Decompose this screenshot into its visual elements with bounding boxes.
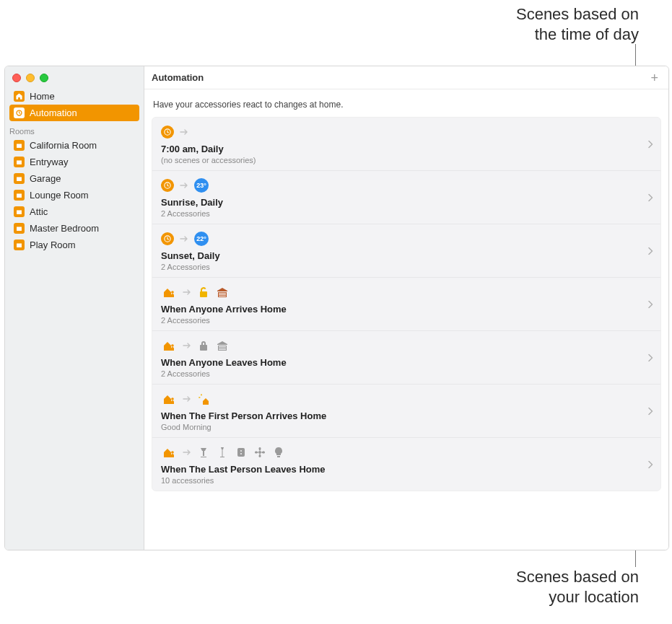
automation-subtitle: 2 Accessories <box>161 263 652 271</box>
sidebar-rooms-list: California Room Entryway Garage Lounge R… <box>5 137 144 253</box>
automation-subtitle: 2 Accessories <box>161 316 652 325</box>
svg-point-14 <box>171 451 174 454</box>
svg-rect-3 <box>17 177 22 181</box>
automation-title: 7:00 am, Daily <box>161 144 652 154</box>
arrow-icon <box>180 236 188 242</box>
automation-title: When Anyone Leaves Home <box>161 357 652 368</box>
arrow-icon <box>180 129 188 135</box>
automation-title: Sunset, Daily <box>161 250 652 261</box>
sidebar-item-label: Lounge Room <box>30 190 89 201</box>
chevron-right-icon <box>648 247 653 255</box>
sidebar: Home Automation Rooms California Room En… <box>5 66 144 550</box>
sidebar-item-label: California Room <box>30 140 97 151</box>
floor-lamp-icon <box>216 446 229 459</box>
good-morning-scene-icon <box>197 392 210 405</box>
automation-subtitle: Good Morning <box>161 423 652 431</box>
automation-subtitle: 2 Accessories <box>161 209 652 218</box>
sidebar-rooms-header: Rooms <box>5 121 144 137</box>
sidebar-room-garage[interactable]: Garage <box>9 170 139 187</box>
minimize-window-button[interactable] <box>26 74 35 82</box>
sidebar-item-label: Entryway <box>30 157 68 167</box>
svg-point-17 <box>240 453 242 454</box>
room-icon <box>14 140 25 151</box>
toolbar: Automation + <box>144 66 668 89</box>
lock-icon <box>197 339 210 352</box>
automation-list: 7:00 am, Daily (no scenes or accessories… <box>152 117 661 491</box>
sidebar-item-label: Garage <box>30 173 61 184</box>
sidebar-main-list: Home Automation <box>5 88 144 121</box>
person-leaves-icon <box>161 446 177 459</box>
desk-lamp-icon <box>197 446 210 459</box>
temperature-badge: 23° <box>194 178 209 193</box>
clock-icon <box>161 126 174 139</box>
room-icon <box>14 173 25 184</box>
main-panel: Automation + Have your accessories react… <box>144 66 668 550</box>
room-icon <box>14 240 25 250</box>
svg-point-12 <box>171 344 174 347</box>
automation-title: When The Last Person Leaves Home <box>161 464 652 475</box>
arrow-icon <box>183 396 191 402</box>
person-arrives-icon <box>161 286 177 299</box>
automation-row-first-arrives[interactable]: When The First Person Arrives Home Good … <box>152 384 660 437</box>
svg-rect-6 <box>17 227 22 231</box>
fan-icon <box>253 446 266 459</box>
room-icon <box>14 223 25 234</box>
automation-row-arrive[interactable]: When Anyone Arrives Home 2 Accessories <box>152 277 660 330</box>
automation-row-sunset[interactable]: 22° Sunset, Daily 2 Accessories <box>152 224 660 277</box>
sidebar-item-label: Play Room <box>30 240 76 250</box>
svg-rect-1 <box>17 144 22 148</box>
chevron-right-icon <box>648 193 653 201</box>
garage-icon <box>216 286 229 299</box>
sidebar-room-play-room[interactable]: Play Room <box>9 237 139 253</box>
zoom-window-button[interactable] <box>40 74 48 82</box>
sidebar-item-automation[interactable]: Automation <box>9 105 139 121</box>
automation-title: Sunrise, Daily <box>161 197 652 208</box>
automation-title: When Anyone Arrives Home <box>161 304 652 315</box>
garage-closed-icon <box>216 339 229 352</box>
sidebar-room-entryway[interactable]: Entryway <box>9 154 139 170</box>
chevron-right-icon <box>648 300 653 308</box>
svg-point-16 <box>240 450 242 452</box>
sidebar-item-home[interactable]: Home <box>9 88 139 105</box>
svg-point-18 <box>258 451 261 454</box>
add-automation-button[interactable]: + <box>647 70 661 86</box>
automation-row-7am[interactable]: 7:00 am, Daily (no scenes or accessories… <box>152 118 660 170</box>
outlet-icon <box>235 446 248 459</box>
home-icon <box>14 91 25 102</box>
room-icon <box>14 157 25 167</box>
arrow-icon <box>183 449 191 455</box>
arrow-icon <box>180 183 188 188</box>
automation-row-sunrise[interactable]: 23° Sunrise, Daily 2 Accessories <box>152 170 660 224</box>
sidebar-item-label: Automation <box>30 107 77 118</box>
svg-rect-7 <box>17 243 22 247</box>
automation-icon <box>14 107 25 118</box>
chevron-right-icon <box>648 353 653 361</box>
automation-subtitle: 10 accessories <box>161 476 652 485</box>
sidebar-item-label: Attic <box>30 206 48 217</box>
callout-location: Scenes based onyour location <box>451 567 639 607</box>
automation-row-last-leaves[interactable]: When The Last Person Leaves Home 10 acce… <box>152 437 660 491</box>
sidebar-room-lounge[interactable]: Lounge Room <box>9 187 139 203</box>
bulb-icon <box>272 446 285 459</box>
sidebar-room-attic[interactable]: Attic <box>9 203 139 220</box>
chevron-right-icon <box>648 407 653 415</box>
clock-icon <box>161 232 174 245</box>
arrow-icon <box>183 343 191 348</box>
automation-row-leave[interactable]: When Anyone Leaves Home 2 Accessories <box>152 330 660 384</box>
sidebar-item-label: Master Bedroom <box>30 223 99 234</box>
svg-rect-2 <box>17 160 22 164</box>
person-arrives-icon <box>161 392 177 405</box>
automation-subtitle: (no scenes or accessories) <box>161 156 652 164</box>
app-window: Home Automation Rooms California Room En… <box>4 66 669 550</box>
chevron-right-icon <box>648 140 653 148</box>
room-icon <box>14 206 25 217</box>
svg-rect-4 <box>17 193 22 198</box>
sidebar-room-california[interactable]: California Room <box>9 137 139 154</box>
svg-rect-15 <box>237 448 245 457</box>
close-window-button[interactable] <box>12 74 21 82</box>
clock-icon <box>161 179 174 192</box>
window-controls <box>5 71 144 88</box>
room-icon <box>14 190 25 201</box>
temperature-badge: 22° <box>194 232 209 246</box>
sidebar-room-master-bedroom[interactable]: Master Bedroom <box>9 220 139 237</box>
